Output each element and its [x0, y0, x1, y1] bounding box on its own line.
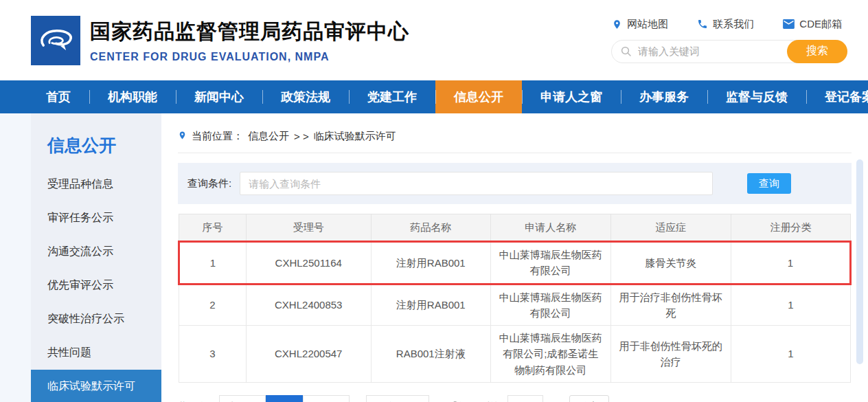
- cell-seq: 2: [179, 284, 247, 326]
- nav-item-information-disclosure[interactable]: 信息公开: [435, 80, 522, 113]
- query-bar: 查询条件: 查询: [178, 163, 852, 204]
- search-bar: 搜索: [611, 40, 847, 63]
- confirm-button[interactable]: 确定: [569, 395, 609, 402]
- cde-logo-mark: [34, 19, 78, 63]
- nav-item-supervision[interactable]: 监督与反馈: [707, 80, 806, 113]
- cell-seq: 3: [179, 326, 247, 383]
- sidebar-item-common-issues[interactable]: 共性问题: [31, 336, 161, 370]
- sidebar-title: 信息公开: [31, 113, 161, 168]
- cell-indication: 用于治疗非创伤性骨坏死: [610, 284, 731, 326]
- goto-page-input[interactable]: [507, 395, 543, 402]
- breadcrumb-section[interactable]: 信息公开: [248, 130, 289, 143]
- cell-applicant: 中山莱博瑞辰生物医药有限公司: [490, 242, 610, 284]
- pagination: 共 3 条 上一页 1 下一页 10 条/页 到第 页 确定: [178, 395, 852, 402]
- sidebar: 信息公开 受理品种信息 审评任务公示 沟通交流公示 优先审评公示 突破性治疗公示…: [31, 113, 161, 402]
- location-pin-icon: [612, 19, 622, 30]
- cde-logo: [31, 16, 80, 65]
- cell-drug-name: 注射用RAB001: [371, 284, 490, 326]
- page-number-button[interactable]: 1: [266, 395, 303, 402]
- cell-seq: 1: [179, 242, 247, 284]
- table-row[interactable]: 2 CXHL2400853 注射用RAB001 中山莱博瑞辰生物医药有限公司 用…: [179, 284, 851, 326]
- cell-drug-name: RAB001注射液: [371, 326, 490, 383]
- query-input[interactable]: [240, 172, 713, 195]
- breadcrumb-pin-icon: [178, 130, 187, 143]
- envelope-icon: [783, 19, 795, 29]
- sitemap-link-label: 网站地图: [627, 18, 668, 31]
- col-seq: 序号: [179, 214, 247, 242]
- sidebar-item-priority-review[interactable]: 优先审评公示: [31, 269, 161, 302]
- cell-acceptance-no: CXHL2400853: [246, 284, 371, 326]
- breadcrumb-current: 临床试验默示许可: [314, 130, 396, 143]
- sidebar-item-clinical-trial-implied-license[interactable]: 临床试验默示许可: [31, 370, 161, 402]
- nav-item-registration-platform[interactable]: 登记备案平台: [806, 80, 868, 113]
- header-right: 网站地图 联系我们 CDE邮箱: [611, 18, 847, 63]
- page-size-select[interactable]: 10 条/页: [366, 395, 429, 402]
- col-reg-class: 注册分类: [731, 214, 850, 242]
- quick-links: 网站地图 联系我们 CDE邮箱: [612, 18, 847, 31]
- table-header-row: 序号 受理号 药品名称 申请人名称 适应症 注册分类: [179, 214, 851, 242]
- nav-item-party[interactable]: 党建工作: [349, 80, 435, 113]
- nav-item-news[interactable]: 新闻中心: [176, 80, 262, 113]
- col-drug-name: 药品名称: [371, 214, 490, 242]
- site-subtitle: CENTER FOR DRUG EVALUATION, NMPA: [90, 51, 409, 63]
- scrollbar-thumb[interactable]: [856, 159, 863, 364]
- nav-item-policies[interactable]: 政策法规: [262, 80, 349, 113]
- breadcrumb-separator: > >: [294, 131, 309, 142]
- table-row[interactable]: 3 CXHL2200547 RAB001注射液 中山莱博瑞辰生物医药有限公司;成…: [179, 326, 851, 383]
- nav-item-applicant-window[interactable]: 申请人之窗: [522, 80, 621, 113]
- contact-link-label: 联系我们: [713, 18, 754, 31]
- page: 国家药品监督管理局药品审评中心 CENTER FOR DRUG EVALUATI…: [0, 0, 868, 402]
- cell-applicant: 中山莱博瑞辰生物医药有限公司: [490, 284, 610, 326]
- sidebar-item-accepted-varieties[interactable]: 受理品种信息: [31, 168, 161, 201]
- col-indication: 适应症: [610, 214, 731, 242]
- main-nav: 首页 机构职能 新闻中心 政策法规 党建工作 信息公开 申请人之窗 办事服务 监…: [0, 80, 868, 113]
- results-table: 序号 受理号 药品名称 申请人名称 适应症 注册分类 1 CXHL2501164…: [178, 214, 852, 383]
- left-rail: [0, 113, 31, 402]
- contact-link[interactable]: 联系我们: [697, 18, 754, 31]
- cell-reg-class: 1: [731, 326, 850, 383]
- site-titles: 国家药品监督管理局药品审评中心 CENTER FOR DRUG EVALUATI…: [90, 18, 409, 63]
- next-page-button[interactable]: 下一页: [303, 395, 350, 402]
- nav-item-services[interactable]: 办事服务: [621, 80, 707, 113]
- mail-link-label: CDE邮箱: [799, 18, 842, 31]
- col-applicant: 申请人名称: [490, 214, 610, 242]
- prev-page-button[interactable]: 上一页: [219, 395, 266, 402]
- cell-acceptance-no: CXHL2200547: [246, 326, 371, 383]
- sidebar-item-breakthrough-therapy[interactable]: 突破性治疗公示: [31, 302, 161, 336]
- cell-applicant: 中山莱博瑞辰生物医药有限公司;成都圣诺生物制药有限公司: [490, 326, 610, 383]
- query-button[interactable]: 查询: [747, 173, 791, 194]
- main: 当前位置：信息公开 > > 临床试验默示许可 查询条件: 查询 序号 受理号: [161, 113, 868, 402]
- col-acceptance-no: 受理号: [246, 214, 371, 242]
- cell-drug-name: 注射用RAB001: [371, 242, 490, 284]
- table-row-highlighted[interactable]: 1 CXHL2501164 注射用RAB001 中山莱博瑞辰生物医药有限公司 膝…: [179, 242, 851, 284]
- cell-acceptance-no: CXHL2501164: [246, 242, 371, 284]
- header: 国家药品监督管理局药品审评中心 CENTER FOR DRUG EVALUATI…: [0, 0, 868, 80]
- phone-icon: [697, 19, 708, 30]
- sitemap-link[interactable]: 网站地图: [612, 18, 668, 31]
- cell-reg-class: 1: [731, 242, 850, 284]
- search-button[interactable]: 搜索: [787, 40, 847, 63]
- cell-indication: 用于非创伤性骨坏死的治疗: [610, 326, 731, 383]
- breadcrumb: 当前位置：信息公开 > > 临床试验默示许可: [178, 113, 852, 153]
- nav-item-functions[interactable]: 机构职能: [89, 80, 176, 113]
- cell-indication: 膝骨关节炎: [610, 242, 731, 284]
- search-icon: [620, 45, 632, 60]
- sidebar-item-review-tasks[interactable]: 审评任务公示: [31, 201, 161, 235]
- content: 信息公开 受理品种信息 审评任务公示 沟通交流公示 优先审评公示 突破性治疗公示…: [0, 113, 868, 402]
- mail-link[interactable]: CDE邮箱: [783, 18, 842, 31]
- nav-item-home[interactable]: 首页: [27, 80, 89, 113]
- query-label: 查询条件:: [187, 177, 231, 190]
- cell-reg-class: 1: [731, 284, 850, 326]
- site-title: 国家药品监督管理局药品审评中心: [90, 18, 409, 46]
- sidebar-item-communication[interactable]: 沟通交流公示: [31, 235, 161, 269]
- breadcrumb-prefix: 当前位置：: [192, 130, 243, 143]
